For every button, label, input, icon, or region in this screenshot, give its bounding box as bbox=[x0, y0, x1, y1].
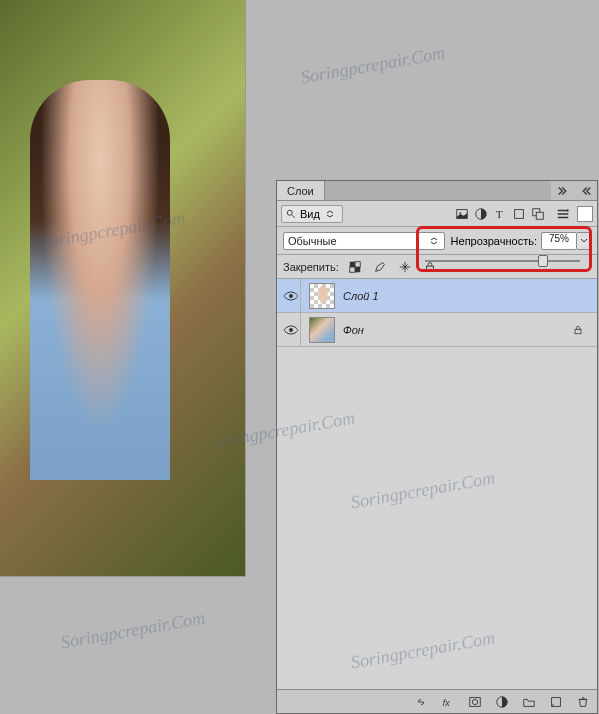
lock-position-icon[interactable] bbox=[397, 258, 414, 275]
filter-text-icon[interactable]: T bbox=[491, 205, 508, 222]
panel-tab-bar: Слои bbox=[277, 181, 597, 201]
slider-track bbox=[425, 260, 580, 262]
filter-dropdown[interactable]: Вид bbox=[281, 205, 343, 223]
svg-point-13 bbox=[289, 294, 293, 298]
svg-rect-7 bbox=[536, 212, 543, 219]
filter-image-icon[interactable] bbox=[453, 205, 470, 222]
svg-rect-5 bbox=[514, 209, 523, 218]
eye-icon bbox=[283, 290, 299, 302]
layer-visibility-toggle[interactable] bbox=[281, 313, 301, 346]
svg-text:T: T bbox=[495, 208, 502, 220]
blend-opacity-row: Обычные Непрозрачность: 75% bbox=[277, 227, 597, 255]
svg-point-18 bbox=[472, 699, 477, 704]
adjustment-layer-icon[interactable] bbox=[493, 693, 510, 710]
layer-item[interactable]: Фон bbox=[277, 313, 597, 347]
layer-effects-icon[interactable]: fx bbox=[439, 693, 456, 710]
opacity-dropdown-button[interactable] bbox=[577, 232, 591, 250]
layer-thumbnail[interactable] bbox=[309, 317, 335, 343]
svg-rect-8 bbox=[350, 261, 355, 266]
tab-bar-spacer bbox=[325, 181, 551, 200]
svg-point-2 bbox=[459, 212, 461, 214]
group-icon[interactable] bbox=[520, 693, 537, 710]
blend-mode-value: Обычные bbox=[288, 235, 337, 247]
slider-thumb[interactable] bbox=[538, 255, 548, 267]
panel-toolbar: Вид T bbox=[277, 201, 597, 227]
filter-adjustment-icon[interactable] bbox=[472, 205, 489, 222]
svg-text:fx: fx bbox=[442, 697, 449, 707]
layer-item[interactable]: Слой 1 bbox=[277, 279, 597, 313]
layer-name[interactable]: Фон bbox=[343, 324, 555, 336]
svg-point-14 bbox=[289, 328, 293, 332]
panel-menu-icon[interactable] bbox=[554, 205, 571, 222]
lock-transparency-icon[interactable] bbox=[347, 258, 364, 275]
search-icon bbox=[286, 209, 296, 219]
svg-point-0 bbox=[287, 210, 292, 215]
svg-rect-9 bbox=[355, 267, 360, 272]
svg-rect-15 bbox=[575, 329, 581, 334]
eye-icon bbox=[283, 324, 299, 336]
layer-lock-icon bbox=[563, 324, 593, 336]
layer-name[interactable]: Слой 1 bbox=[343, 290, 593, 302]
tab-controls bbox=[551, 181, 597, 200]
watermark: Soringpcrepair.Com bbox=[299, 42, 446, 88]
panel-footer: fx bbox=[277, 689, 597, 713]
canvas-area bbox=[0, 0, 250, 714]
filter-label: Вид bbox=[300, 208, 320, 220]
add-mask-icon[interactable] bbox=[466, 693, 483, 710]
collapse-left-icon[interactable] bbox=[555, 182, 572, 199]
opacity-slider[interactable] bbox=[425, 254, 580, 268]
canvas-photo bbox=[0, 0, 245, 576]
opacity-input[interactable]: 75% bbox=[541, 232, 577, 250]
tab-layers[interactable]: Слои bbox=[277, 181, 325, 200]
new-layer-icon[interactable] bbox=[547, 693, 564, 710]
layer-thumbnail[interactable] bbox=[309, 283, 335, 309]
opacity-group: Непрозрачность: 75% bbox=[451, 232, 591, 250]
lock-pixels-icon[interactable] bbox=[372, 258, 389, 275]
layer-visibility-toggle[interactable] bbox=[281, 279, 301, 312]
chevron-updown-icon bbox=[428, 237, 440, 245]
chevron-updown-icon bbox=[324, 210, 336, 218]
svg-rect-10 bbox=[355, 261, 360, 266]
chevron-down-icon bbox=[580, 238, 588, 244]
delete-layer-icon[interactable] bbox=[574, 693, 591, 710]
layers-list: Слой 1 Фон bbox=[277, 279, 597, 689]
blend-mode-select[interactable]: Обычные bbox=[283, 232, 445, 250]
svg-rect-11 bbox=[350, 267, 355, 272]
filter-smartobject-icon[interactable] bbox=[529, 205, 546, 222]
filter-shape-icon[interactable] bbox=[510, 205, 527, 222]
opacity-label: Непрозрачность: bbox=[451, 235, 537, 247]
lock-label: Закрепить: bbox=[283, 261, 339, 273]
link-layers-icon[interactable] bbox=[412, 693, 429, 710]
color-swatch[interactable] bbox=[577, 206, 593, 222]
image-document[interactable] bbox=[0, 0, 246, 577]
collapse-right-icon[interactable] bbox=[576, 182, 593, 199]
